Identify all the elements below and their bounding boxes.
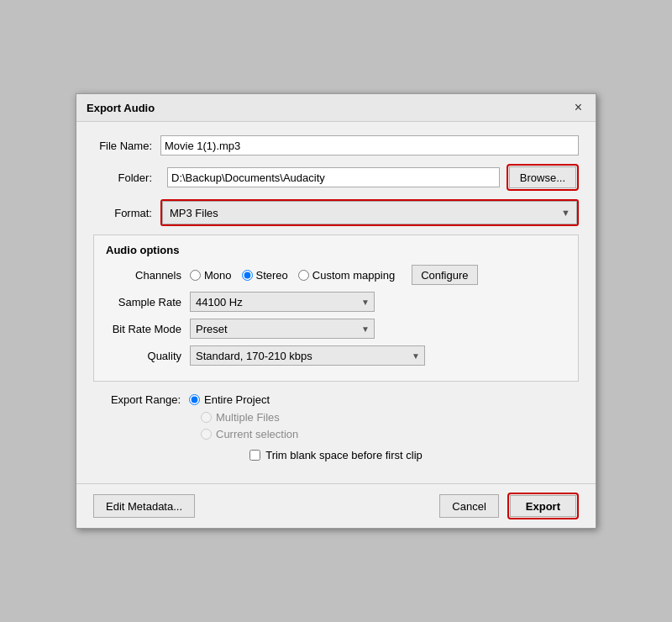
export-range-section: Export Range: Entire Project Multiple Fi… [93,393,579,440]
bit-rate-mode-select-wrapper: Preset Variable Average Constant ▼ [190,319,375,339]
cancel-button[interactable]: Cancel [439,494,498,518]
dialog-body: File Name: Folder: Browse... Format: MP3… [76,122,596,483]
folder-label: Folder: [93,171,160,184]
configure-button[interactable]: Configure [412,265,477,285]
file-name-label: File Name: [93,140,160,152]
format-select[interactable]: MP3 Files WAV (Microsoft) FLAC OGG Vorbi… [162,201,577,224]
format-select-wrapper: MP3 Files WAV (Microsoft) FLAC OGG Vorbi… [160,199,579,226]
footer-right: Cancel Export [439,493,579,519]
bit-rate-mode-row: Bit Rate Mode Preset Variable Average Co… [106,319,566,339]
entire-project-radio[interactable] [189,394,200,405]
folder-input[interactable] [167,167,500,187]
multiple-files-label: Multiple Files [216,411,280,424]
folder-row: Folder: Browse... [93,164,579,191]
export-range-row: Export Range: Entire Project [105,393,567,406]
entire-project-label: Entire Project [204,393,270,406]
channels-radio-group: Mono Stereo Custom mapping Configure [190,265,566,285]
channels-row: Channels Mono Stereo Custom mapping Conf [106,265,566,285]
export-audio-dialog: Export Audio × File Name: Folder: Browse… [76,93,596,529]
quality-select-wrapper: Standard, 170-210 kbps Insane, 320 kbps … [190,345,425,366]
custom-mapping-radio[interactable] [298,270,309,281]
mono-label: Mono [204,269,232,282]
sample-rate-select-wrapper: 8000 Hz 11025 Hz 22050 Hz 44100 Hz 48000… [190,292,375,312]
file-name-row: File Name: [93,135,579,156]
multiple-files-item: Multiple Files [201,411,567,424]
channels-label: Channels [106,269,190,282]
quality-row: Quality Standard, 170-210 kbps Insane, 3… [106,345,566,366]
mono-option[interactable]: Mono [190,269,232,282]
file-name-input[interactable] [160,135,579,156]
export-button[interactable]: Export [510,495,576,517]
sub-radio-group: Multiple Files Current selection [105,411,567,440]
sample-rate-label: Sample Rate [106,296,190,308]
entire-project-option[interactable]: Entire Project [189,393,270,406]
bit-rate-mode-select[interactable]: Preset Variable Average Constant [190,319,375,339]
current-selection-label: Current selection [216,428,298,440]
quality-select[interactable]: Standard, 170-210 kbps Insane, 320 kbps … [190,345,425,366]
audio-options-title: Audio options [106,244,566,256]
dialog-title: Export Audio [87,102,155,114]
stereo-radio[interactable] [242,270,253,281]
dialog-footer: Edit Metadata... Cancel Export [76,483,596,528]
current-selection-radio[interactable] [201,429,212,440]
browse-btn-wrapper: Browse... [507,164,579,191]
multiple-files-radio[interactable] [201,412,212,423]
export-range-label: Export Range: [105,393,189,406]
bit-rate-mode-label: Bit Rate Mode [106,323,190,335]
trim-row: Trim blank space before first clip [93,449,579,461]
trim-label: Trim blank space before first clip [265,449,423,461]
sample-rate-select[interactable]: 8000 Hz 11025 Hz 22050 Hz 44100 Hz 48000… [190,292,375,312]
format-row: Format: MP3 Files WAV (Microsoft) FLAC O… [93,199,579,226]
trim-checkbox[interactable] [249,450,260,461]
title-bar: Export Audio × [76,94,596,122]
mono-radio[interactable] [190,270,201,281]
close-button[interactable]: × [571,101,585,114]
format-label: Format: [93,207,160,219]
sample-rate-row: Sample Rate 8000 Hz 11025 Hz 22050 Hz 44… [106,292,566,312]
edit-metadata-button[interactable]: Edit Metadata... [93,494,195,518]
custom-mapping-label: Custom mapping [312,269,395,282]
stereo-label: Stereo [256,269,288,282]
browse-button[interactable]: Browse... [509,166,576,188]
stereo-option[interactable]: Stereo [242,269,288,282]
current-selection-item: Current selection [201,428,567,440]
export-btn-wrapper: Export [507,493,579,519]
custom-mapping-option[interactable]: Custom mapping [298,269,395,282]
audio-options-section: Audio options Channels Mono Stereo Cus [93,235,579,382]
quality-label: Quality [106,350,190,362]
